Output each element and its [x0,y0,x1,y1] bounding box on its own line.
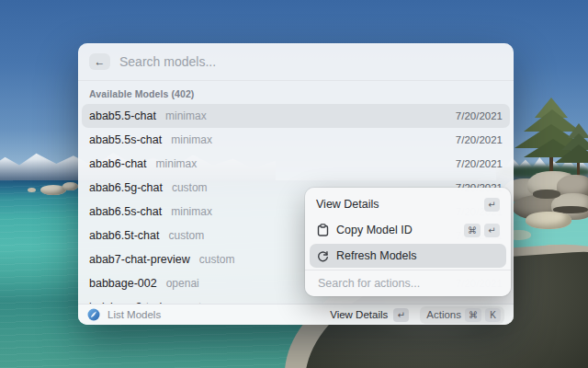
command-key: ⌘ [465,308,481,322]
footer-actions: View Details ↵ Actions ⌘ K [330,306,504,324]
popup-item-refresh-models[interactable]: Refresh Models [310,244,506,268]
model-provider: minimax [171,133,212,146]
return-key: ↵ [393,308,409,322]
shore-rock [62,182,78,190]
back-arrow-icon: ← [95,55,106,68]
submerged-rock [526,212,571,229]
actions-label: Actions [426,309,461,320]
model-name: abab5.5-chat [89,109,156,122]
model-name: abab6-chat [89,157,147,170]
model-date: 7/20/2021 [456,134,503,145]
pine-tree-small [555,123,588,177]
search-bar: ← Search models... [78,43,514,81]
section-header: Available Models (402) [82,81,510,104]
model-provider: custom [172,181,208,194]
popup-item-copy-model-id[interactable]: Copy Model ID ⌘ ↵ [310,218,506,242]
actions-popup: View Details ↵ Copy Model ID ⌘ ↵ Refresh… [305,188,511,296]
model-date: 7/20/2021 [456,158,503,169]
model-provider: minimax [156,157,198,170]
model-provider: minimax [171,205,212,218]
return-key: ↵ [484,198,500,212]
model-row[interactable]: abab5.5-chat minimax 7/20/2021 [82,104,510,128]
model-name: abab6.5g-chat [89,181,163,194]
return-key: ↵ [484,224,500,237]
search-input[interactable]: Search models... [119,54,216,69]
popup-item-view-details[interactable]: View Details ↵ [310,192,506,216]
extension-icon [87,308,100,321]
model-row[interactable]: abab5.5s-chat minimax 7/20/2021 [82,128,510,152]
popup-item-label: Copy Model ID [336,224,413,236]
model-provider: custom [168,229,204,242]
model-name: abab5.5s-chat [89,133,162,146]
extension-label: List Models [107,309,161,320]
model-name: babbage-002 [89,277,157,290]
refresh-icon [316,249,329,262]
popup-item-label: Refresh Models [336,249,417,262]
command-key: ⌘ [464,224,481,237]
model-date: 7/20/2021 [456,110,503,121]
model-row[interactable]: abab6-chat minimax 7/20/2021 [82,152,510,176]
back-button[interactable]: ← [89,53,110,70]
footer-bar: List Models View Details ↵ Actions ⌘ K [78,304,514,325]
model-name: abab6.5s-chat [89,205,162,218]
model-row[interactable]: baichuan3-turbo custom 7/20/2021 [82,295,510,304]
model-provider: custom [199,253,235,266]
k-key: K [485,308,501,322]
actions-button[interactable]: Actions ⌘ K [420,306,504,324]
model-provider: minimax [165,109,207,122]
popup-item-label: View Details [316,198,379,211]
actions-search-input[interactable]: Search for actions... [310,270,506,296]
model-name: abab6.5t-chat [89,229,159,242]
model-provider: openai [166,277,199,290]
view-details-button[interactable]: View Details [330,309,388,320]
shore-rock [28,188,36,192]
model-name: abab7-chat-preview [89,253,190,266]
clipboard-icon [316,224,329,236]
